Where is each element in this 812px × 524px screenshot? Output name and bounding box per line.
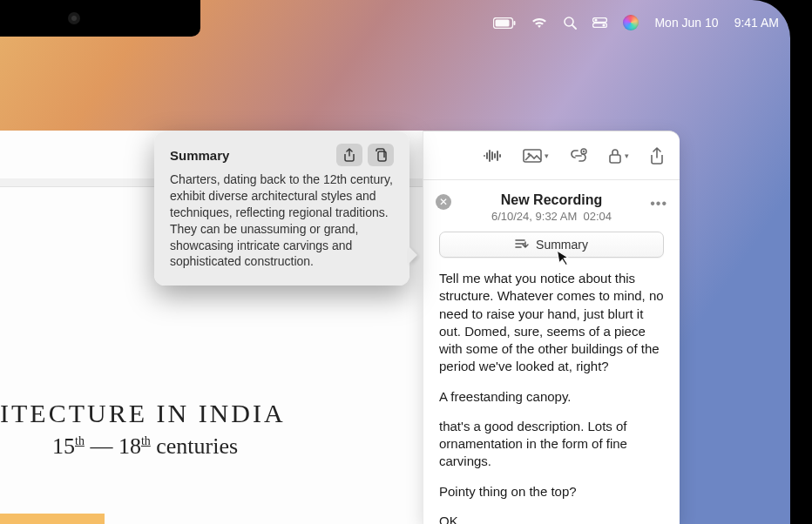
- display-notch: [0, 0, 200, 37]
- summary-icon: [515, 238, 529, 251]
- svg-rect-12: [610, 155, 620, 163]
- chevron-down-icon: ▾: [625, 151, 629, 160]
- wifi-icon[interactable]: [531, 17, 547, 29]
- svg-line-4: [572, 25, 576, 29]
- svg-rect-1: [496, 19, 510, 26]
- summary-button[interactable]: Summary: [439, 232, 664, 258]
- hw-text: centuries: [151, 433, 238, 459]
- highlight-fragment: [0, 514, 105, 524]
- menu-bar: Mon Jun 10 9:41 AM: [493, 12, 779, 33]
- copy-summary-button[interactable]: [368, 144, 394, 166]
- summary-popover: Summary Charters, dating back to the 12t…: [154, 131, 409, 286]
- siri-icon[interactable]: [623, 15, 639, 30]
- handwriting-block: ITECTURE IN INDIA 15th — 18th centuries: [0, 399, 383, 460]
- chevron-down-icon: ▾: [545, 151, 549, 160]
- share-button[interactable]: [650, 147, 664, 165]
- audio-button[interactable]: [483, 148, 502, 164]
- spotlight-icon[interactable]: [563, 16, 577, 30]
- transcript-paragraph: A freestanding canopy.: [439, 388, 664, 406]
- handwriting-line-1: ITECTURE IN INDIA: [0, 399, 383, 428]
- transcript-paragraph: Tell me what you notice about this struc…: [439, 270, 664, 376]
- hw-sup: th: [75, 434, 85, 447]
- popover-title: Summary: [170, 148, 229, 163]
- transcript-paragraph: that's a good description. Lots of ornam…: [439, 418, 664, 471]
- link-button[interactable]: [570, 148, 587, 164]
- camera: [68, 12, 80, 24]
- recording-date: 6/10/24, 9:32 AM: [491, 210, 577, 223]
- control-center-icon[interactable]: [592, 17, 607, 28]
- hw-text: 15: [52, 433, 75, 459]
- transcript-paragraph: OK.: [439, 513, 664, 524]
- more-options-button[interactable]: •••: [650, 196, 667, 212]
- svg-rect-2: [514, 21, 516, 25]
- recording-title: New Recording: [439, 192, 664, 208]
- menubar-date[interactable]: Mon Jun 10: [654, 16, 718, 30]
- svg-point-8: [603, 24, 606, 26]
- handwriting-line-2: 15th — 18th centuries: [52, 433, 383, 460]
- battery-icon[interactable]: [493, 17, 516, 29]
- recording-duration: 02:04: [583, 210, 612, 223]
- display-bezel: [790, 0, 812, 524]
- share-summary-button[interactable]: [336, 144, 362, 166]
- lock-button[interactable]: ▾: [608, 148, 629, 164]
- transcript-paragraph: Pointy thing on the top?: [439, 483, 664, 500]
- menubar-time[interactable]: 9:41 AM: [734, 16, 779, 30]
- hw-text: — 18: [85, 433, 141, 459]
- transcript: Tell me what you notice about this struc…: [439, 270, 664, 524]
- recording-header: ✕ ••• New Recording 6/10/24, 9:32 AM 02:…: [439, 189, 664, 232]
- recording-subtitle: 6/10/24, 9:32 AM 02:04: [439, 210, 664, 223]
- svg-point-6: [595, 18, 598, 21]
- hw-sup: th: [141, 434, 151, 447]
- popover-text: Charters, dating back to the 12th centur…: [170, 171, 394, 270]
- close-recording-button[interactable]: ✕: [436, 194, 451, 210]
- notes-toolbar: ▾ ▾: [423, 131, 680, 180]
- media-button[interactable]: ▾: [523, 148, 549, 164]
- popover-tail: [409, 246, 417, 264]
- recording-sidebar: ▾ ▾ ✕ ••• New Recording 6/10/24, 9:32 AM…: [423, 131, 680, 524]
- macbook-screen: Mon Jun 10 9:41 AM ITECTURE IN INDIA 15t…: [0, 0, 812, 524]
